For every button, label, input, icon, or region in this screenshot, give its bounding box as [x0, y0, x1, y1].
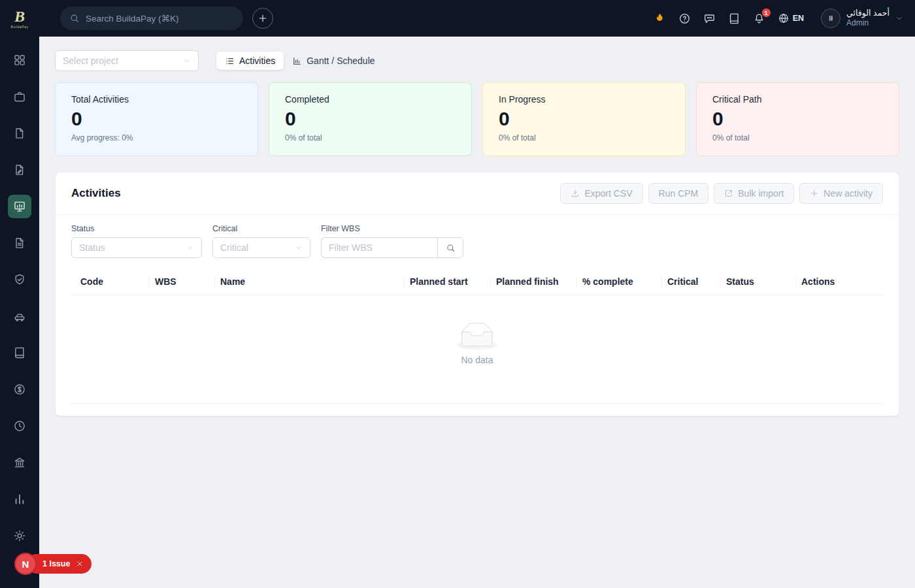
app-logo[interactable]: B BuildaPay — [0, 8, 39, 29]
tab-gantt-schedule[interactable]: Gantt / Schedule — [284, 52, 383, 70]
sidebar-item-ledger[interactable] — [8, 341, 31, 365]
global-search-placeholder: Search BuildaPay (⌘K) — [86, 13, 179, 24]
new-activity-button[interactable]: New activity — [799, 183, 883, 204]
col-planned-finish: Planned finish — [491, 269, 577, 295]
col-code: Code — [71, 269, 150, 295]
col-critical: Critical — [662, 269, 721, 295]
sidebar-item-approvals[interactable] — [8, 268, 31, 291]
wbs-filter-label: Filter WBS — [321, 224, 463, 233]
help-icon[interactable] — [678, 12, 691, 25]
project-select-placeholder: Select project — [63, 56, 118, 66]
col-actions: Actions — [796, 269, 883, 295]
projects-icon — [13, 90, 26, 103]
stat-subtitle: 0% of total — [712, 133, 883, 142]
sidebar-item-activities[interactable] — [8, 195, 31, 218]
bulk-import-button[interactable]: Bulk import — [714, 183, 794, 204]
quick-add-button[interactable] — [252, 8, 273, 29]
user-avatar: Ił — [821, 8, 840, 28]
new-activity-label: New activity — [824, 188, 873, 199]
sidebar-item-projects[interactable] — [8, 85, 31, 108]
stat-subtitle: Avg progress: 0% — [71, 133, 242, 142]
topbar-actions: 1 EN Ił أحمد الوفائي Admin — [654, 8, 903, 29]
fleet-car-icon — [13, 310, 26, 323]
globe-icon — [778, 12, 790, 24]
list-icon — [225, 56, 235, 66]
run-cpm-button[interactable]: Run CPM — [648, 183, 709, 204]
user-menu[interactable]: Ił أحمد الوفائي Admin — [821, 8, 903, 29]
export-csv-button[interactable]: Export CSV — [560, 183, 642, 204]
stat-value: 0 — [499, 108, 669, 131]
table-header-row: Code WBS Name Planned start Planned fini… — [71, 269, 883, 295]
empty-box-icon — [456, 323, 498, 350]
col-name: Name — [215, 269, 405, 295]
chevron-down-icon — [186, 244, 194, 252]
clock-icon — [13, 419, 26, 433]
close-icon[interactable] — [76, 560, 84, 568]
col-percent-complete: % complete — [577, 269, 662, 295]
wbs-input-group — [321, 237, 463, 258]
panel-actions: Export CSV Run CPM Bulk import — [560, 183, 883, 204]
notifications-bell-icon[interactable]: 1 — [753, 12, 766, 25]
language-code: EN — [793, 14, 804, 23]
project-select[interactable]: Select project — [55, 50, 199, 71]
approvals-shield-icon — [13, 273, 26, 286]
sidebar-item-bank[interactable] — [8, 451, 31, 474]
app-root: B BuildaPay Search BuildaPay (⌘K) — [0, 0, 915, 588]
panel-header: Activities Export CSV Run CPM — [56, 172, 899, 215]
plus-icon — [810, 189, 819, 198]
bulk-import-label: Bulk import — [738, 188, 784, 199]
chevron-down-icon — [895, 14, 903, 22]
stat-title: Critical Path — [712, 94, 883, 105]
sidebar-item-fleet[interactable] — [8, 304, 31, 328]
empty-state: No data — [71, 323, 883, 365]
stat-title: Total Activities — [71, 94, 242, 105]
stat-value: 0 — [285, 108, 456, 131]
user-role: Admin — [846, 18, 869, 28]
reports-chart-icon — [13, 493, 26, 506]
sidebar-item-contracts[interactable] — [8, 158, 31, 182]
language-switcher[interactable]: EN — [778, 12, 804, 24]
body-frame: Select project Activities — [0, 37, 915, 588]
logo-wordmark: BuildaPay — [10, 25, 28, 29]
ledger-book-icon — [13, 346, 26, 359]
whats-new-icon[interactable] — [654, 12, 667, 25]
critical-filter-placeholder: Critical — [220, 242, 248, 253]
run-cpm-label: Run CPM — [659, 188, 699, 199]
wbs-filter-group: Filter WBS — [321, 224, 463, 258]
docs-book-icon[interactable] — [728, 12, 741, 25]
empty-row: No data — [71, 295, 883, 404]
col-wbs: WBS — [150, 269, 215, 295]
tab-activities[interactable]: Activities — [216, 52, 284, 70]
status-filter-group: Status Status — [71, 224, 202, 258]
sidebar-item-notes[interactable] — [8, 231, 31, 255]
critical-filter-select[interactable]: Critical — [212, 237, 310, 258]
critical-filter-label: Critical — [212, 224, 310, 233]
status-filter-placeholder: Status — [79, 242, 105, 253]
user-name: أحمد الوفائي — [846, 8, 890, 19]
chevron-down-icon — [295, 244, 303, 252]
issue-avatar[interactable]: N — [14, 553, 37, 575]
issue-label: 1 Issue — [42, 559, 70, 568]
export-csv-label: Export CSV — [584, 188, 632, 199]
sidebar-item-timesheets[interactable] — [8, 414, 31, 438]
documents-icon — [13, 127, 26, 140]
feedback-chat-icon[interactable] — [703, 12, 716, 25]
sidebar-item-payments[interactable] — [8, 378, 31, 401]
sidebar-item-dashboard[interactable] — [8, 48, 31, 72]
filters-bar: Status Status Critical Critical — [56, 215, 899, 269]
user-info: أحمد الوفائي Admin — [846, 8, 890, 29]
wbs-search-button[interactable] — [437, 237, 463, 258]
global-search-input[interactable]: Search BuildaPay (⌘K) — [60, 7, 243, 30]
stat-subtitle: 0% of total — [285, 133, 456, 142]
topbar: B BuildaPay Search BuildaPay (⌘K) — [0, 0, 915, 37]
sidebar-item-reports[interactable] — [8, 487, 31, 511]
panel-title: Activities — [71, 187, 121, 200]
sidebar-item-settings[interactable] — [8, 524, 31, 547]
status-filter-label: Status — [71, 224, 202, 233]
sidebar-item-documents[interactable] — [8, 122, 31, 145]
empty-text: No data — [461, 355, 493, 365]
chevron-down-icon — [183, 57, 191, 65]
status-filter-select[interactable]: Status — [71, 237, 202, 258]
col-planned-start: Planned start — [405, 269, 491, 295]
wbs-filter-input[interactable] — [321, 237, 437, 258]
